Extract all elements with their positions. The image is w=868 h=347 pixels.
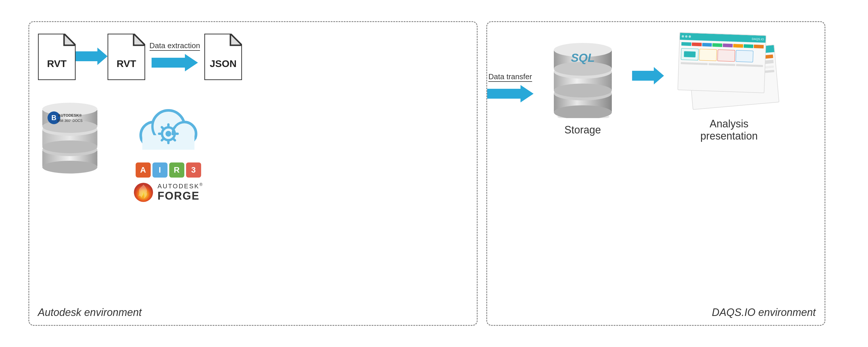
svg-text:RVT: RVT: [47, 58, 67, 69]
svg-marker-7: [152, 54, 198, 71]
arrow-to-analysis: [632, 65, 664, 87]
json-file: JSON: [204, 34, 242, 80]
bottom-content-row: B AUTODESK® BIM 360° DOCS: [38, 100, 468, 203]
daqs-env-box: Data transfer: [486, 21, 826, 326]
analysis-screenshots: DAQS.IO: [678, 34, 780, 112]
data-extraction-arrow: Data extraction: [150, 41, 200, 73]
svg-point-16: [42, 140, 97, 153]
right-top-row: Data transfer: [496, 34, 816, 142]
svg-text:SQL: SQL: [571, 51, 594, 64]
svg-point-33: [165, 131, 171, 137]
data-extraction-label: Data extraction: [150, 41, 200, 51]
arrow-1: [75, 46, 107, 67]
svg-point-13: [42, 161, 97, 173]
svg-text:AUTODESK®: AUTODESK®: [58, 113, 82, 117]
block-r: R: [169, 163, 184, 178]
svg-marker-43: [487, 85, 533, 103]
block-3: 3: [186, 163, 201, 178]
svg-marker-5: [134, 34, 145, 45]
block-i: I: [152, 163, 167, 178]
screenshot-front: DAQS.IO: [677, 32, 766, 93]
svg-text:RVT: RVT: [117, 58, 136, 69]
svg-marker-9: [230, 34, 242, 45]
analysis-section: DAQS.IO: [678, 34, 780, 142]
svg-text:JSON: JSON: [210, 58, 237, 69]
svg-marker-55: [632, 67, 664, 84]
rvt-file-2: RVT: [107, 34, 145, 80]
svg-marker-1: [64, 34, 75, 45]
storage-label: Storage: [564, 124, 601, 136]
daqs-env-label: DAQS.IO environment: [712, 307, 815, 319]
forge-brand-text: AUTODESK® FORGE: [158, 182, 204, 202]
svg-line-39: [173, 138, 175, 140]
autodesk-forge-logo: AUTODESK® FORGE: [133, 182, 204, 203]
data-transfer-label: Data transfer: [488, 72, 532, 82]
forge-label: FORGE: [158, 190, 204, 202]
svg-point-50: [554, 84, 612, 97]
svg-marker-3: [75, 48, 107, 65]
autodesk-forge-area: A I R 3: [131, 100, 206, 203]
block-a: A: [136, 163, 151, 178]
air3-blocks: A I R 3: [136, 163, 201, 178]
autodesk-env-box: RVT RVT Data extraction: [28, 21, 477, 326]
top-flow-row: RVT RVT Data extraction: [38, 34, 468, 80]
autodesk-env-label: Autodesk environment: [38, 307, 142, 319]
bim360-database: B AUTODESK® BIM 360° DOCS: [38, 100, 102, 176]
analysis-label: Analysispresentation: [700, 118, 757, 142]
diagram-container: RVT RVT Data extraction: [28, 21, 840, 326]
svg-text:BIM 360° DOCS: BIM 360° DOCS: [57, 119, 83, 123]
storage-section: SQL Storage: [548, 40, 618, 136]
autodesk-label: AUTODESK®: [158, 182, 204, 190]
svg-text:B: B: [51, 114, 56, 121]
rvt-file-1: RVT: [38, 34, 75, 80]
svg-line-40: [173, 127, 175, 129]
svg-line-38: [162, 127, 164, 129]
svg-line-41: [162, 138, 164, 140]
